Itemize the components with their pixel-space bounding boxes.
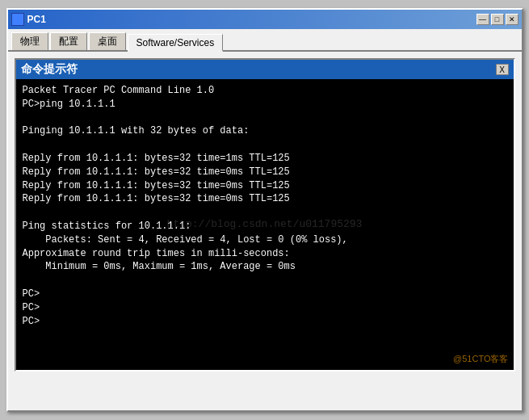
cmd-line: Reply from 10.1.1.1: bytes=32 time=0ms T…	[23, 179, 507, 193]
cmd-line: Ping statistics for 10.1.1.1:	[23, 220, 507, 233]
title-bar: PC1 — □ ✕	[8, 10, 522, 29]
watermark-corner: @51CTO客客	[453, 353, 508, 365]
window-title: PC1	[27, 14, 46, 25]
cmd-line: Pinging 10.1.1.1 with 32 bytes of data:	[23, 124, 507, 138]
tab-bar: 物理 配置 桌面 Software/Services	[8, 29, 522, 52]
cmd-line	[23, 206, 507, 220]
tab-physics[interactable]: 物理	[11, 32, 48, 50]
cmd-title: 命令提示符	[21, 62, 78, 77]
cmd-title-bar: 命令提示符 X	[16, 60, 514, 79]
cmd-body[interactable]: http://blog.csdn.net/u011795293 Packet T…	[16, 79, 514, 370]
cmd-line: Packets: Sent = 4, Received = 4, Lost = …	[23, 233, 507, 247]
window-icon	[11, 13, 24, 26]
title-controls: — □ ✕	[477, 14, 519, 25]
tab-software-services[interactable]: Software/Services	[128, 34, 224, 52]
cmd-line: PC>	[23, 288, 507, 301]
content-area: 命令提示符 X http://blog.csdn.net/u011795293 …	[8, 52, 522, 378]
maximize-button[interactable]: □	[491, 14, 504, 25]
cmd-line	[23, 111, 507, 125]
cmd-line: Reply from 10.1.1.1: bytes=32 time=0ms T…	[23, 166, 507, 179]
cmd-line: Reply from 10.1.1.1: bytes=32 time=0ms T…	[23, 192, 507, 206]
cmd-line: Approximate round trip times in milli-se…	[23, 247, 507, 261]
tab-desktop[interactable]: 桌面	[89, 32, 126, 50]
cmd-line: Minimum = 0ms, Maximum = 1ms, Average = …	[23, 260, 507, 274]
minimize-button[interactable]: —	[477, 14, 489, 25]
tab-config[interactable]: 配置	[50, 32, 87, 50]
main-window: PC1 — □ ✕ 物理 配置 桌面 Software/Services 命令提…	[6, 8, 523, 412]
close-window-button[interactable]: ✕	[506, 14, 519, 25]
cmd-output: Packet Tracer PC Command Line 1.0PC>ping…	[23, 84, 507, 328]
cmd-line	[23, 274, 507, 288]
cmd-line: Reply from 10.1.1.1: bytes=32 time=1ms T…	[23, 152, 507, 166]
cmd-window: 命令提示符 X http://blog.csdn.net/u011795293 …	[15, 58, 515, 372]
cmd-line: PC>ping 10.1.1.1	[23, 98, 507, 111]
cmd-line	[23, 138, 507, 152]
cmd-close-button[interactable]: X	[496, 64, 509, 75]
title-bar-left: PC1	[11, 13, 46, 26]
cmd-line: PC>	[23, 301, 507, 315]
cmd-line: PC>	[23, 315, 507, 329]
cmd-line: Packet Tracer PC Command Line 1.0	[23, 84, 507, 98]
